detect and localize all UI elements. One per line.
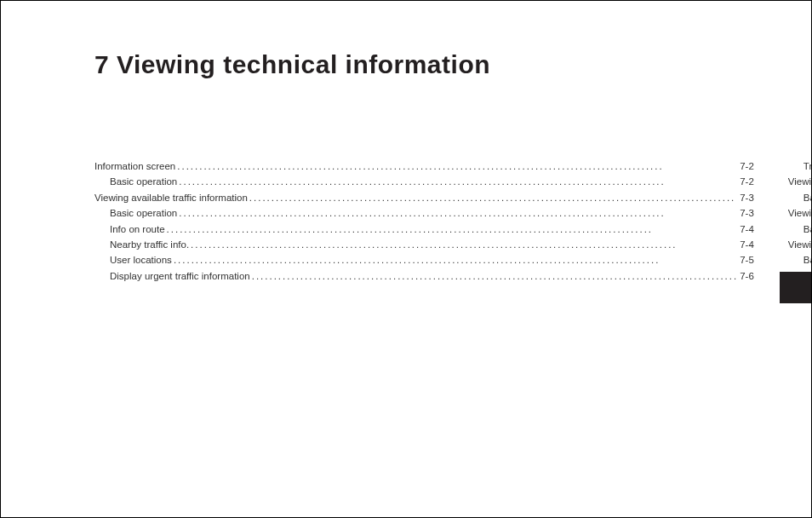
toc-row: Traffic information on map7-6 — [788, 158, 812, 174]
toc-row: Basic operation7-9 — [788, 190, 812, 205]
toc-row: Basic operation7-9 — [788, 222, 812, 237]
toc-page: 7-4 — [738, 222, 754, 237]
toc-label: Info on route — [110, 222, 167, 237]
toc-row: Basic operation7-10 — [788, 252, 812, 268]
toc-page: 7-4 — [738, 237, 754, 252]
toc-row: Viewing navigation system version inform… — [788, 237, 812, 252]
toc-dots — [191, 237, 738, 252]
toc-label: Display urgent traffic information — [110, 268, 252, 284]
toc-page: 7-3 — [738, 190, 754, 205]
toc-row: Viewing information about current vehicl… — [788, 174, 812, 189]
toc-column-right: Traffic information on map7-6Viewing inf… — [788, 158, 812, 284]
toc-label: Viewing navigation system version inform… — [788, 237, 812, 252]
toc-label: Basic operation — [803, 252, 812, 268]
toc-label: Viewing information about current vehicl… — [788, 174, 812, 189]
section-tab-marker — [780, 272, 811, 303]
toc-label: Viewing available traffic information — [94, 190, 249, 205]
toc-label: Viewing GPS current location information — [788, 205, 812, 221]
toc-row: Information screen7-2 — [94, 158, 754, 174]
toc-row: User locations7-5 — [94, 252, 754, 268]
toc-label: Basic operation — [110, 205, 179, 221]
toc-row: Nearby traffic info.7-4 — [94, 237, 754, 252]
toc-dots — [177, 158, 738, 174]
toc-label: Information screen — [94, 158, 177, 174]
toc-row: Display urgent traffic information7-6 — [94, 268, 754, 284]
toc-label: Traffic information on map — [803, 158, 812, 174]
toc-dots — [174, 252, 738, 268]
toc-dots — [179, 174, 738, 189]
toc-page: 7-2 — [738, 174, 754, 189]
toc-label: Basic operation — [110, 174, 179, 189]
toc-row: Info on route7-4 — [94, 222, 754, 237]
toc-container: Information screen7-2Basic operation7-2V… — [94, 158, 756, 284]
toc-page: 7-2 — [738, 158, 754, 174]
toc-dots — [167, 222, 739, 237]
toc-page: 7-3 — [738, 205, 754, 221]
page-title: 7 Viewing technical information — [94, 50, 490, 79]
toc-dots — [252, 268, 738, 284]
toc-dots — [249, 190, 738, 205]
toc-row: Basic operation7-3 — [94, 205, 754, 221]
toc-label: Nearby traffic info. — [110, 237, 191, 252]
toc-label: Basic operation — [803, 222, 812, 237]
toc-page: 7-6 — [738, 268, 754, 284]
toc-dots — [179, 205, 738, 221]
toc-row: Viewing GPS current location information… — [788, 205, 812, 221]
toc-row: Viewing available traffic information7-3 — [94, 190, 754, 205]
toc-label: Basic operation — [803, 190, 812, 205]
toc-label: User locations — [110, 252, 174, 268]
toc-page: 7-5 — [738, 252, 754, 268]
toc-column-left: Information screen7-2Basic operation7-2V… — [94, 158, 754, 284]
toc-row: Basic operation7-2 — [94, 174, 754, 189]
